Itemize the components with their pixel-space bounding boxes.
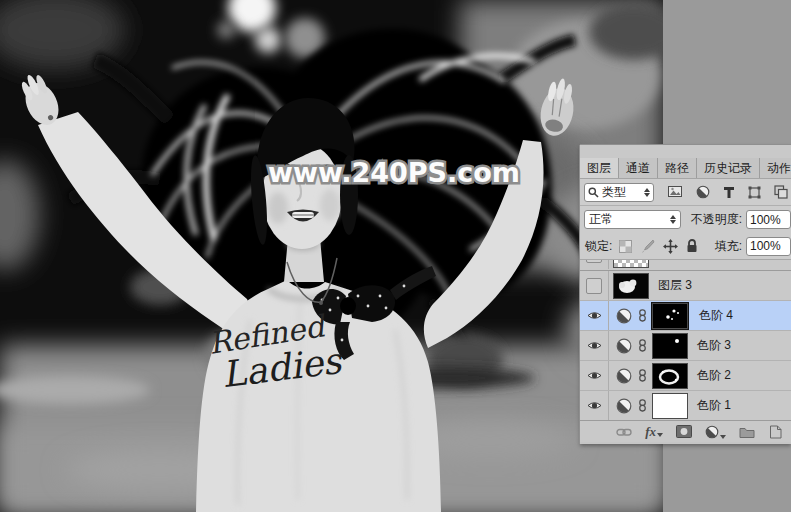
eye-icon [587, 400, 602, 411]
smart-object-filter-icon[interactable] [774, 185, 788, 199]
blend-mode-row: 正常 不透明度: 100% [580, 206, 791, 233]
layer-name[interactable]: 色阶 1 [697, 397, 731, 414]
lock-transparency-icon[interactable] [619, 240, 632, 253]
lock-image-icon[interactable] [640, 239, 655, 253]
tab-paths[interactable]: 路径 [658, 158, 697, 178]
adjustment-filter-icon[interactable] [696, 185, 710, 199]
layer-name[interactable]: 色阶 4 [699, 307, 733, 324]
fill-label: 填充: [715, 238, 742, 255]
tab-history[interactable]: 历史记录 [697, 158, 760, 178]
link-layers-icon[interactable] [616, 426, 632, 438]
grip-dots-icon [675, 444, 697, 445]
mask-link-icon[interactable] [638, 339, 647, 352]
photoshop-workspace: Refined Ladies www.240PS.com 图层 通道 路径 历史… [0, 0, 791, 512]
mask-link-icon[interactable] [638, 399, 647, 412]
eye-icon [587, 340, 602, 351]
layer-style-fx-icon[interactable]: fx [645, 426, 663, 437]
adjustment-layer-icon[interactable] [616, 338, 632, 354]
layer-row-selected[interactable]: 色阶 4 [580, 301, 791, 331]
shape-filter-icon[interactable] [748, 186, 761, 199]
mask-selected-frame [651, 302, 689, 330]
mask-link-icon[interactable] [638, 309, 647, 322]
opacity-label: 不透明度: [691, 211, 742, 228]
layer-mask-thumbnail[interactable] [653, 364, 687, 388]
lock-all-icon[interactable] [686, 239, 698, 253]
filter-kind-select[interactable]: 类型 [584, 183, 654, 202]
opacity-field[interactable]: 100% [746, 210, 791, 229]
pixel-filter-icon[interactable] [668, 186, 683, 198]
tab-layers[interactable]: 图层 [580, 158, 619, 178]
layer-row[interactable]: 色阶 1 [580, 391, 791, 420]
layer-thumbnail[interactable] [614, 274, 648, 298]
layer-mask-thumbnail[interactable] [653, 334, 687, 358]
filter-kind-label: 类型 [602, 184, 626, 201]
adjustment-layer-icon[interactable] [616, 368, 632, 384]
visibility-toggle[interactable] [580, 301, 609, 330]
photo-art: Refined Ladies www.240PS.com [0, 0, 663, 512]
eye-icon [587, 370, 602, 381]
panel-resize-grip[interactable] [580, 442, 791, 444]
eye-icon [587, 310, 602, 321]
mask-link-icon[interactable] [638, 369, 647, 382]
watermark-text: www.240PS.com [268, 157, 520, 188]
layer-thumbnail[interactable] [614, 260, 648, 267]
layer-mask-thumbnail[interactable] [653, 394, 687, 418]
new-group-icon[interactable] [739, 425, 755, 438]
opacity-value: 100% [750, 213, 781, 227]
visibility-toggle[interactable] [580, 391, 609, 420]
add-layer-mask-icon[interactable] [676, 425, 692, 438]
lock-row: 锁定: 填充: 100% [580, 233, 791, 260]
fill-field[interactable]: 100% [746, 237, 791, 256]
adjustment-layer-icon[interactable] [616, 398, 632, 414]
lock-label: 锁定: [585, 238, 612, 255]
panel-header-strip [580, 145, 791, 158]
layer-name[interactable]: 色阶 3 [697, 337, 731, 354]
tab-actions[interactable]: 动作 [760, 158, 791, 178]
layer-name[interactable]: 图层 4 [658, 260, 692, 263]
layer-filter-row: 类型 [580, 179, 791, 206]
spinner-icon [644, 188, 650, 197]
layer-mask-thumbnail[interactable] [653, 304, 687, 328]
fill-value: 100% [750, 239, 781, 253]
blend-mode-value: 正常 [589, 211, 613, 228]
new-adjustment-layer-icon[interactable] [705, 425, 726, 439]
layers-panel: 图层 通道 路径 历史记录 动作 类型 正常 [580, 145, 791, 444]
new-layer-icon[interactable] [768, 425, 782, 439]
layer-row[interactable]: 色阶 2 [580, 361, 791, 391]
layer-row-partial[interactable]: 图层 4 [580, 260, 791, 271]
visibility-toggle[interactable] [580, 331, 609, 360]
search-icon [588, 187, 599, 198]
layer-name[interactable]: 色阶 2 [697, 367, 731, 384]
spinner-icon [670, 215, 676, 224]
visibility-toggle[interactable] [580, 361, 609, 390]
layer-list: 图层 4 图层 3 [580, 260, 791, 420]
visibility-toggle[interactable] [580, 260, 609, 269]
layer-row[interactable]: 图层 3 [580, 271, 791, 301]
visibility-off-box [586, 278, 602, 294]
photo-canvas[interactable]: Refined Ladies www.240PS.com [0, 0, 663, 512]
tab-channels[interactable]: 通道 [619, 158, 658, 178]
adjustment-layer-icon[interactable] [616, 308, 632, 324]
blend-mode-select[interactable]: 正常 [584, 210, 681, 229]
layer-name[interactable]: 图层 3 [658, 277, 692, 294]
panel-bottom-bar: fx [580, 420, 791, 442]
lock-position-icon[interactable] [663, 239, 678, 254]
type-filter-icon[interactable] [723, 186, 735, 199]
visibility-toggle[interactable] [580, 271, 609, 300]
visibility-off-box [586, 260, 602, 263]
layer-row[interactable]: 色阶 3 [580, 331, 791, 361]
panel-tab-bar: 图层 通道 路径 历史记录 动作 [580, 158, 791, 179]
